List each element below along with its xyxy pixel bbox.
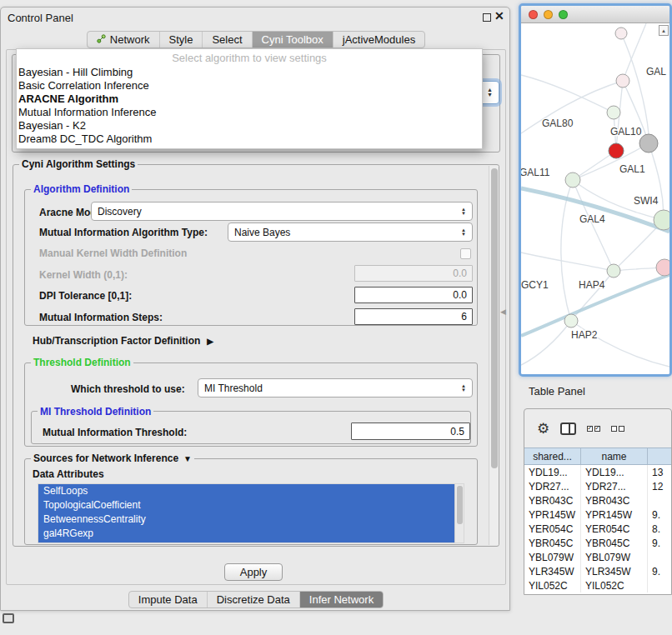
canvas-scroll-button[interactable]: ▲ bbox=[659, 25, 669, 36]
combo-arrows-icon: ▲▼ bbox=[461, 384, 466, 392]
kernel-width-label: Kernel Width (0,1): bbox=[39, 269, 128, 281]
hub-section-header[interactable]: Hub/Transcription Factor Definition▶ bbox=[33, 335, 213, 347]
network-graph[interactable]: GAL GAL80 GAL10 GAL11 GAL1 SWI4 GAL4 GCY… bbox=[521, 23, 669, 374]
deselect-all-columns-icon[interactable] bbox=[611, 426, 624, 432]
node[interactable] bbox=[607, 264, 620, 278]
algorithm-option-dream8-dc-tdc-algorithm[interactable]: Dream8 DC_TDC Algorithm bbox=[17, 132, 482, 146]
svg-text:GAL: GAL bbox=[646, 66, 666, 78]
node-selected-red[interactable] bbox=[609, 143, 624, 158]
algorithm-option-mutual-information-inference[interactable]: Mutual Information Inference bbox=[17, 106, 482, 119]
tab-jactivemodules[interactable]: jActiveModules bbox=[333, 32, 424, 48]
node-gray[interactable] bbox=[639, 134, 658, 152]
node[interactable] bbox=[654, 210, 669, 230]
dpi-tolerance-input[interactable] bbox=[354, 287, 473, 303]
control-panel-title: Control Panel bbox=[8, 12, 73, 24]
column-header-extra[interactable] bbox=[648, 448, 672, 464]
combo-arrows-icon: ▲▼ bbox=[461, 228, 466, 237]
mi-type-select[interactable]: Naive Bayes ▲▼ bbox=[228, 222, 473, 242]
control-panel-tabbar: NetworkStyleSelectCyni ToolboxjActiveMod… bbox=[1, 31, 511, 48]
tab-style[interactable]: Style bbox=[159, 32, 203, 48]
highlighted-edges bbox=[521, 188, 669, 336]
mi-threshold-input[interactable] bbox=[351, 422, 470, 440]
which-threshold-label: Which threshold to use: bbox=[71, 383, 185, 395]
tab-impute-data[interactable]: Impute Data bbox=[129, 592, 207, 608]
table-row[interactable]: YBL079WYBL079W bbox=[524, 550, 672, 564]
expand-arrow-icon[interactable]: ▶ bbox=[207, 337, 213, 346]
tab-infer-network[interactable]: Infer Network bbox=[299, 592, 383, 608]
which-threshold-value: MI Threshold bbox=[204, 382, 263, 394]
attribute-item-partial[interactable] bbox=[38, 541, 455, 543]
tab-select[interactable]: Select bbox=[202, 32, 251, 48]
column-header-shared-[interactable]: shared... bbox=[524, 448, 581, 464]
mi-threshold-group-title-text: MI Threshold Definition bbox=[40, 406, 151, 418]
column-header-name[interactable]: name bbox=[581, 448, 648, 464]
algorithm-option-bayesian-k2[interactable]: Bayesian - K2 bbox=[17, 119, 482, 132]
aracne-mode-select[interactable]: Discovery ▲▼ bbox=[91, 202, 473, 221]
close-traffic-light[interactable] bbox=[529, 10, 538, 19]
table-row[interactable]: YDL19...YDL19...13 bbox=[524, 465, 672, 479]
close-panel-icon[interactable]: ✕ bbox=[494, 9, 504, 22]
node[interactable] bbox=[616, 74, 629, 88]
combo-arrows-icon: ▲▼ bbox=[487, 88, 493, 98]
scrollbar-thumb[interactable] bbox=[491, 168, 498, 468]
network-view-window[interactable]: GAL GAL80 GAL10 GAL11 GAL1 SWI4 GAL4 GCY… bbox=[519, 3, 672, 377]
node[interactable] bbox=[607, 106, 620, 119]
apply-button[interactable]: Apply bbox=[224, 563, 283, 581]
table-row[interactable]: YBR043CYBR043C bbox=[524, 493, 672, 508]
select-all-columns-icon[interactable] bbox=[587, 426, 600, 432]
attribute-item-topologicalcoefficient[interactable]: TopologicalCoefficient bbox=[38, 498, 455, 512]
table-cell bbox=[648, 550, 672, 564]
which-threshold-select[interactable]: MI Threshold ▲▼ bbox=[198, 378, 473, 398]
table-row[interactable]: YLR345WYLR345W9. bbox=[524, 564, 672, 578]
algorithm-option-basic-correlation-inference[interactable]: Basic Correlation Inference bbox=[17, 79, 482, 92]
tab-network[interactable]: Network bbox=[88, 32, 159, 48]
columns-icon[interactable] bbox=[560, 422, 576, 435]
algorithm-option-aracne-algorithm[interactable]: ARACNE Algorithm bbox=[17, 92, 482, 106]
table-row[interactable]: YER054CYER054C8. bbox=[524, 522, 672, 536]
cyni-settings-title-text: Cyni Algorithm Settings bbox=[22, 158, 135, 170]
popup-placeholder: Select algorithm to view settings bbox=[17, 51, 482, 66]
restore-panel-icon[interactable] bbox=[3, 613, 14, 623]
node[interactable] bbox=[565, 172, 580, 188]
attribute-item-selfloops[interactable]: SelfLoops bbox=[38, 484, 455, 498]
table-row[interactable]: YPR145WYPR145W9. bbox=[524, 508, 672, 522]
network-window-titlebar[interactable] bbox=[521, 6, 669, 23]
svg-text:GCY1: GCY1 bbox=[521, 279, 549, 291]
gear-icon[interactable]: ⚙ bbox=[537, 422, 549, 436]
network-canvas[interactable]: GAL GAL80 GAL10 GAL11 GAL1 SWI4 GAL4 GCY… bbox=[521, 23, 669, 374]
attribute-item-betweennesscentrality[interactable]: BetweennessCentrality bbox=[38, 512, 455, 527]
svg-text:SWI4: SWI4 bbox=[634, 195, 659, 207]
algorithm-option-bayesian-hill-climbing[interactable]: Bayesian - Hill Climbing bbox=[17, 66, 482, 79]
algorithm-dropdown-popup: Select algorithm to view settings Bayesi… bbox=[16, 48, 483, 149]
mi-steps-input[interactable] bbox=[354, 308, 473, 325]
table-cell: 8. bbox=[648, 522, 672, 536]
table-cell: YBR045C bbox=[581, 536, 648, 550]
zoom-traffic-light[interactable] bbox=[559, 10, 568, 19]
node-pink[interactable] bbox=[656, 259, 669, 276]
float-window-icon[interactable] bbox=[483, 13, 491, 22]
kernel-width-input[interactable] bbox=[354, 265, 473, 282]
attribute-item-gal4rgexp[interactable]: gal4RGexp bbox=[38, 527, 455, 541]
threshold-title: Threshold Definition bbox=[31, 357, 133, 368]
settings-scrollbar[interactable] bbox=[489, 166, 499, 545]
node[interactable] bbox=[615, 28, 627, 39]
sources-header[interactable]: Sources for Network Inference▼ bbox=[31, 452, 194, 464]
table-row[interactable]: YIL052CYIL052C bbox=[524, 578, 672, 592]
attributes-scrollbar[interactable] bbox=[454, 484, 464, 542]
manual-kernel-checkbox[interactable] bbox=[460, 248, 471, 259]
scrollbar-thumb[interactable] bbox=[457, 486, 463, 524]
tab-discretize-data[interactable]: Discretize Data bbox=[207, 592, 299, 608]
node-table[interactable]: shared...name YDL19...YDL19...13YDR27...… bbox=[524, 448, 672, 594]
collapse-arrow-icon[interactable]: ▼ bbox=[183, 454, 192, 463]
splitter-collapse-icon[interactable]: ◀ bbox=[500, 308, 506, 316]
table-row[interactable]: YBR045CYBR045C9. bbox=[524, 536, 672, 550]
data-attributes-label: Data Attributes bbox=[33, 468, 104, 480]
table-row[interactable]: YDR27...YDR27...12 bbox=[524, 479, 672, 493]
mi-threshold-group-title: MI Threshold Definition bbox=[38, 406, 153, 418]
tab-cyni-toolbox[interactable]: Cyni Toolbox bbox=[252, 32, 333, 48]
node[interactable] bbox=[564, 314, 578, 328]
data-attributes-list[interactable]: SelfLoopsTopologicalCoefficientBetweenne… bbox=[38, 483, 464, 543]
table-cell: YBL079W bbox=[581, 550, 648, 564]
minimize-traffic-light[interactable] bbox=[544, 10, 553, 19]
svg-text:GAL11: GAL11 bbox=[521, 167, 550, 178]
